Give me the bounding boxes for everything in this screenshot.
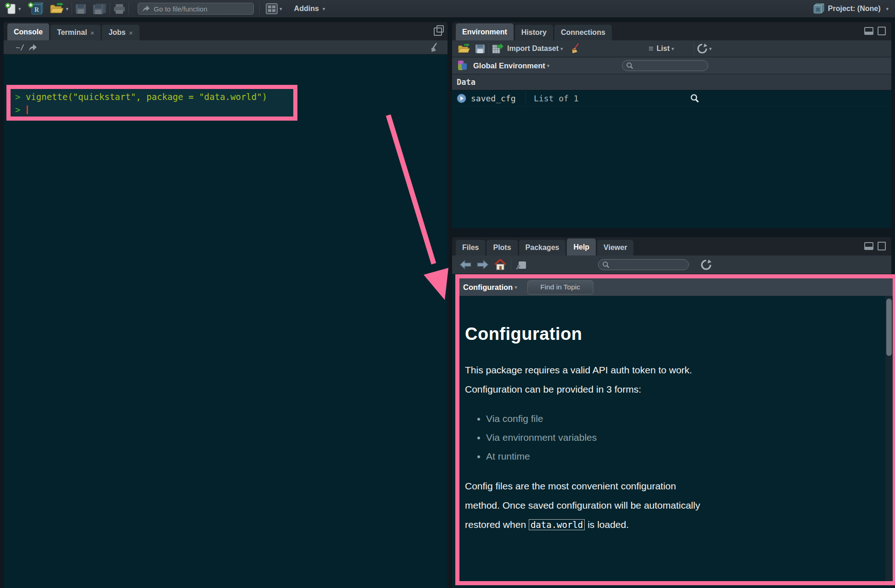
load-workspace-icon[interactable] bbox=[458, 44, 470, 54]
tab-connections[interactable]: Connections bbox=[554, 25, 612, 40]
open-in-new-window-icon[interactable] bbox=[516, 260, 527, 270]
new-file-icon bbox=[5, 2, 17, 15]
console-output-area[interactable]: > vignette("quickstart", package = "data… bbox=[4, 55, 448, 588]
refresh-environment-button[interactable]: ▾ bbox=[697, 44, 712, 54]
project-menu[interactable]: R Project: (None) ▾ bbox=[812, 3, 895, 15]
maximize-panel-icon[interactable] bbox=[878, 27, 886, 35]
help-content[interactable]: Configuration This package requires a va… bbox=[459, 296, 893, 581]
close-icon[interactable]: × bbox=[90, 29, 95, 37]
forward-icon[interactable] bbox=[477, 260, 489, 270]
caret-down-icon: ▾ bbox=[547, 63, 550, 69]
panel-layout-button[interactable]: ▾ bbox=[266, 3, 282, 14]
files-tabbar: Files Plots Packages Help Viewer bbox=[452, 237, 891, 255]
environment-panel: Environment History Connections bbox=[452, 22, 891, 228]
help-paragraph: Config files are the most convenient con… bbox=[465, 477, 708, 534]
addins-menu[interactable]: Addins ▾ bbox=[294, 5, 325, 13]
minimize-panel-icon[interactable] bbox=[864, 27, 873, 35]
list-view-selector[interactable]: ≡ List ▾ bbox=[649, 44, 674, 53]
open-file-button[interactable]: ▾ bbox=[50, 3, 69, 15]
tab-files[interactable]: Files bbox=[456, 240, 485, 255]
svg-text:R: R bbox=[34, 6, 39, 13]
view-object-magnifier-icon[interactable] bbox=[690, 94, 699, 103]
tab-label: History bbox=[521, 28, 547, 37]
scope-label[interactable]: Global Environment bbox=[473, 61, 545, 70]
tab-environment[interactable]: Environment bbox=[456, 23, 514, 40]
clear-objects-broom-icon[interactable] bbox=[571, 43, 582, 54]
grid-icon bbox=[266, 3, 278, 14]
refresh-help-icon[interactable] bbox=[701, 260, 711, 270]
tab-help[interactable]: Help bbox=[567, 239, 596, 255]
home-icon[interactable] bbox=[494, 259, 506, 270]
help-heading: Configuration bbox=[465, 324, 708, 344]
save-workspace-icon[interactable] bbox=[475, 44, 485, 54]
tab-label: Console bbox=[14, 28, 43, 36]
maximize-panel-icon[interactable] bbox=[434, 28, 442, 36]
object-name: saved_cfg bbox=[471, 94, 516, 103]
new-file-button[interactable]: ▾ bbox=[5, 2, 21, 15]
open-folder-icon bbox=[50, 3, 64, 15]
help-topic-bar: Configuration ▾ Find in Topic bbox=[459, 278, 893, 296]
save-button[interactable] bbox=[75, 4, 86, 14]
tab-label: Help bbox=[573, 243, 589, 251]
object-row-saved-cfg[interactable]: saved_cfg List of 1 bbox=[452, 90, 891, 106]
project-label: Project: (None) bbox=[828, 5, 881, 13]
help-search-input[interactable] bbox=[598, 259, 689, 270]
goto-arrow-icon bbox=[142, 5, 150, 12]
console-input-line[interactable]: > bbox=[15, 103, 289, 116]
caret-down-icon: ▾ bbox=[280, 6, 282, 12]
tab-label: Jobs bbox=[108, 28, 125, 37]
svg-text:R: R bbox=[816, 6, 820, 13]
environment-empty-area bbox=[452, 106, 891, 228]
import-dataset-button[interactable]: Import Dataset ▾ bbox=[492, 44, 563, 54]
help-scrollbar[interactable] bbox=[885, 296, 893, 581]
find-in-topic-label: Find in Topic bbox=[540, 283, 580, 291]
tab-plots[interactable]: Plots bbox=[487, 240, 517, 255]
tab-packages[interactable]: Packages bbox=[519, 240, 566, 255]
help-highlight-annotation: Configuration ▾ Find in Topic Configurat… bbox=[455, 274, 895, 585]
toolbar-separator bbox=[72, 3, 72, 15]
inline-code: data.world bbox=[529, 519, 585, 530]
back-icon[interactable] bbox=[459, 260, 471, 270]
tab-console[interactable]: Console bbox=[7, 23, 49, 40]
refresh-icon bbox=[697, 44, 707, 54]
help-bullet: Via environment variables bbox=[486, 428, 708, 447]
find-in-topic-button[interactable]: Find in Topic bbox=[527, 280, 593, 294]
data-section-header: Data bbox=[452, 74, 891, 90]
help-scrollbar-thumb[interactable] bbox=[886, 299, 892, 356]
caret-down-icon: ▾ bbox=[709, 46, 712, 52]
help-document: Configuration This package requires a va… bbox=[465, 296, 708, 534]
help-nav-toolbar bbox=[452, 255, 891, 274]
goto-file-input[interactable]: Go to file/function bbox=[138, 3, 254, 15]
save-all-button[interactable] bbox=[93, 3, 106, 15]
print-button[interactable] bbox=[113, 4, 125, 14]
environment-toolbar: Import Dataset ▾ ≡ List ▾ bbox=[452, 40, 891, 57]
environment-layers-icon bbox=[457, 60, 469, 72]
caret-down-icon: ▾ bbox=[66, 6, 69, 12]
close-icon[interactable]: × bbox=[129, 29, 133, 37]
toolbar-separator bbox=[110, 3, 110, 15]
tab-history[interactable]: History bbox=[515, 25, 553, 40]
console-tabbar: Console Terminal × Jobs × bbox=[4, 22, 448, 40]
object-value: List of 1 bbox=[534, 94, 579, 103]
list-icon: ≡ bbox=[649, 44, 654, 53]
maximize-panel-icon[interactable] bbox=[878, 242, 886, 250]
tab-jobs[interactable]: Jobs × bbox=[102, 25, 139, 40]
console-command-line: > vignette("quickstart", package = "data… bbox=[15, 90, 289, 103]
topic-label[interactable]: Configuration bbox=[463, 283, 513, 292]
import-dataset-label: Import Dataset bbox=[507, 44, 559, 53]
console-panel: Console Terminal × Jobs × ~/ bbox=[4, 22, 448, 588]
console-command: vignette("quickstart", package = "data.w… bbox=[26, 92, 267, 102]
show-in-folder-icon[interactable] bbox=[28, 44, 37, 51]
new-project-button[interactable]: R bbox=[28, 2, 43, 16]
clear-console-broom-icon[interactable] bbox=[430, 42, 440, 52]
tab-viewer[interactable]: Viewer bbox=[597, 240, 633, 255]
tab-label: Plots bbox=[493, 244, 511, 252]
addins-label: Addins bbox=[294, 5, 319, 13]
expand-object-icon[interactable] bbox=[457, 94, 466, 103]
environment-search-input[interactable] bbox=[622, 60, 708, 71]
tab-terminal[interactable]: Terminal × bbox=[50, 25, 101, 40]
caret-down-icon: ▾ bbox=[560, 46, 563, 52]
caret-down-icon: ▾ bbox=[515, 284, 517, 290]
save-icon bbox=[75, 4, 86, 14]
minimize-panel-icon[interactable] bbox=[864, 242, 873, 250]
